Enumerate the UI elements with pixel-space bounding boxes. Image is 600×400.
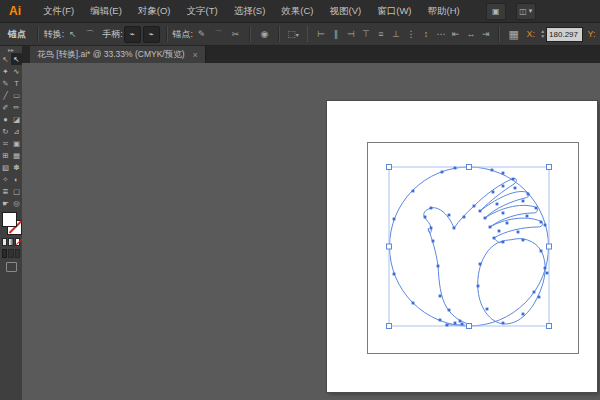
anchor-point[interactable] bbox=[412, 302, 415, 305]
anchor-point[interactable] bbox=[546, 272, 549, 275]
bbox-handle[interactable] bbox=[547, 165, 552, 170]
connect-path-icon[interactable]: ⌒ bbox=[211, 27, 226, 42]
blend-tool[interactable]: ◐ bbox=[11, 173, 22, 185]
screen-mode-button[interactable] bbox=[6, 262, 17, 272]
document-tab[interactable]: 花鸟 [转换].ai* @ 33.33% (CMYK/预览) × bbox=[30, 46, 206, 63]
mesh-tool[interactable]: ▦ bbox=[11, 149, 22, 161]
workspace-switcher-icon[interactable]: ◫ ▾ bbox=[516, 3, 536, 20]
selection-tool[interactable]: ↖ bbox=[0, 53, 11, 65]
anchor-point[interactable] bbox=[538, 296, 541, 299]
scale-tool[interactable]: ⊿ bbox=[11, 125, 22, 137]
menu-3[interactable]: 文字(T) bbox=[179, 0, 226, 22]
anchor-point[interactable] bbox=[489, 226, 492, 229]
artwork-path-4[interactable] bbox=[474, 178, 516, 211]
menu-1[interactable]: 编辑(E) bbox=[82, 0, 130, 22]
width-tool[interactable]: ≍ bbox=[0, 137, 11, 149]
anchor-point[interactable] bbox=[453, 227, 456, 230]
artwork-path-7[interactable] bbox=[490, 218, 542, 238]
distribute-right-icon[interactable]: ⇥ bbox=[479, 27, 492, 42]
hand-tool[interactable]: ☛ bbox=[0, 197, 11, 209]
bbox-handle[interactable] bbox=[387, 324, 392, 329]
anchor-point[interactable] bbox=[498, 230, 501, 233]
convert-to-smooth-icon[interactable]: ⌒ bbox=[82, 27, 97, 42]
anchor-point[interactable] bbox=[477, 285, 480, 288]
anchor-point[interactable] bbox=[502, 241, 505, 244]
draw-behind-button[interactable] bbox=[8, 249, 13, 258]
convert-to-corner-icon[interactable]: ↖ bbox=[65, 27, 80, 42]
distribute-left-icon[interactable]: ⇤ bbox=[449, 27, 462, 42]
pencil-tool[interactable]: ✏ bbox=[11, 101, 22, 113]
anchor-point[interactable] bbox=[502, 185, 505, 188]
anchor-point[interactable] bbox=[526, 215, 529, 218]
anchor-point[interactable] bbox=[430, 207, 433, 210]
hide-handles-icon[interactable]: ⌁ bbox=[143, 26, 160, 43]
anchor-point[interactable] bbox=[439, 295, 442, 298]
anchor-point[interactable] bbox=[432, 240, 435, 243]
artboard-page[interactable] bbox=[327, 101, 597, 392]
menu-0[interactable]: 文件(F) bbox=[35, 0, 82, 22]
anchor-point[interactable] bbox=[441, 171, 444, 174]
x-stepper[interactable]: ▲▼ bbox=[540, 29, 545, 39]
line-segment-tool[interactable]: ╱ bbox=[0, 89, 11, 101]
eraser-tool[interactable]: ◪ bbox=[11, 113, 22, 125]
graph-tool[interactable]: ≣ bbox=[0, 185, 11, 197]
artwork-path-6[interactable] bbox=[485, 205, 537, 227]
anchor-point[interactable] bbox=[430, 227, 433, 230]
bbox-handle[interactable] bbox=[387, 165, 392, 170]
menu-2[interactable]: 对象(O) bbox=[130, 0, 179, 22]
bounding-box-handles[interactable] bbox=[387, 165, 552, 329]
align-left-icon[interactable]: ⊢ bbox=[314, 27, 327, 42]
align-bottom-icon[interactable]: ⊥ bbox=[389, 27, 402, 42]
align-hcenter-icon[interactable]: ∥ bbox=[329, 27, 342, 42]
align-right-icon[interactable]: ⊣ bbox=[344, 27, 357, 42]
direct-selection-tool[interactable]: ↖ bbox=[11, 53, 22, 65]
menu-8[interactable]: 帮助(H) bbox=[420, 0, 468, 22]
magic-wand-tool[interactable]: ✦ bbox=[0, 65, 11, 77]
anchor-point[interactable] bbox=[533, 291, 536, 294]
cut-path-icon[interactable]: ✂ bbox=[228, 27, 243, 42]
shape-builder-tool[interactable]: ▣ bbox=[11, 137, 22, 149]
anchor-point[interactable] bbox=[424, 216, 427, 219]
canvas-pasteboard[interactable] bbox=[22, 63, 600, 400]
bbox-handle[interactable] bbox=[467, 165, 472, 170]
anchor-point[interactable] bbox=[463, 216, 466, 219]
draw-normal-button[interactable] bbox=[2, 249, 7, 258]
isolate-object-icon[interactable]: ◉ bbox=[257, 27, 272, 42]
delete-anchor-icon[interactable]: ✎ bbox=[194, 27, 209, 42]
blob-brush-tool[interactable]: ● bbox=[0, 113, 11, 125]
align-top-icon[interactable]: ⊤ bbox=[359, 27, 372, 42]
anchor-point[interactable] bbox=[527, 193, 530, 196]
anchor-point[interactable] bbox=[496, 203, 499, 206]
anchor-point[interactable] bbox=[486, 308, 489, 311]
anchor-point[interactable] bbox=[535, 207, 538, 210]
color-button[interactable] bbox=[2, 238, 7, 246]
eyedropper-tool[interactable]: ✧ bbox=[0, 173, 11, 185]
anchor-point[interactable] bbox=[437, 265, 440, 268]
anchor-point[interactable] bbox=[540, 250, 543, 253]
distribute-vcenter-icon[interactable]: ↕ bbox=[419, 27, 432, 42]
type-tool[interactable]: T bbox=[11, 77, 22, 89]
anchor-point[interactable] bbox=[439, 319, 442, 322]
align-to-artboard-icon[interactable]: ▦ bbox=[506, 27, 521, 42]
anchor-point[interactable] bbox=[502, 212, 505, 215]
artwork-path-8[interactable] bbox=[478, 239, 545, 324]
anchor-point[interactable] bbox=[454, 322, 457, 325]
anchor-point[interactable] bbox=[479, 210, 482, 213]
anchor-point[interactable] bbox=[517, 231, 520, 234]
anchor-point[interactable] bbox=[473, 205, 476, 208]
bbox-handle[interactable] bbox=[387, 244, 392, 249]
anchor-point[interactable] bbox=[491, 169, 494, 172]
rotate-tool[interactable]: ↻ bbox=[0, 125, 11, 137]
perspective-grid-tool[interactable]: ⊞ bbox=[0, 149, 11, 161]
anchor-point[interactable] bbox=[459, 320, 462, 323]
draw-inside-button[interactable] bbox=[15, 249, 20, 258]
anchor-point[interactable] bbox=[492, 191, 495, 194]
dove-hand-artwork[interactable] bbox=[327, 101, 597, 392]
anchor-point[interactable] bbox=[448, 214, 451, 217]
rectangle-tool[interactable]: ▭ bbox=[11, 89, 22, 101]
gradient-button[interactable] bbox=[8, 238, 13, 246]
paintbrush-tool[interactable]: ✐ bbox=[0, 101, 11, 113]
anchor-point[interactable] bbox=[454, 167, 457, 170]
anchor-point[interactable] bbox=[544, 224, 547, 227]
anchor-point[interactable] bbox=[484, 217, 487, 220]
